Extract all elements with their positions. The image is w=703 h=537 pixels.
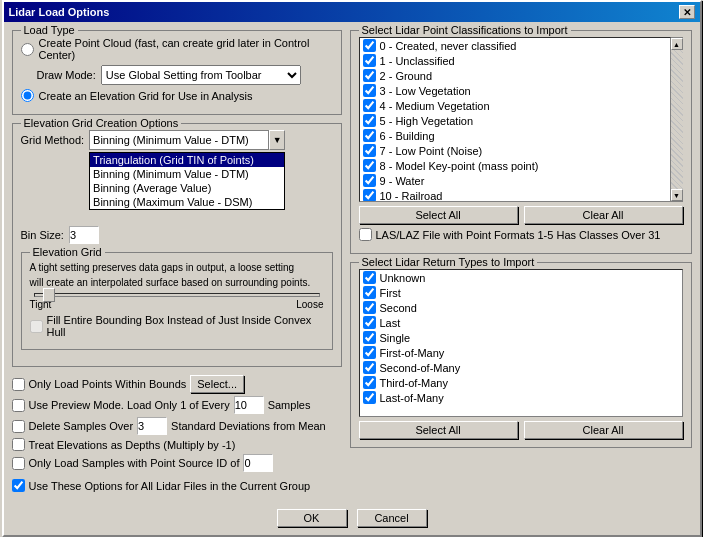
classification-label: 5 - High Vegetation xyxy=(380,115,474,127)
return-type-label: Second-of-Many xyxy=(380,362,461,374)
delete-samples-checkbox[interactable] xyxy=(12,420,25,433)
grid-method-display[interactable]: Binning (Minimum Value - DTM) xyxy=(89,130,269,150)
dropdown-item-binning-avg[interactable]: Binning (Average Value) xyxy=(90,181,284,195)
return-type-checkbox[interactable] xyxy=(363,316,376,329)
return-type-checkbox[interactable] xyxy=(363,301,376,314)
return-type-checkbox[interactable] xyxy=(363,391,376,404)
scroll-up-arrow[interactable]: ▲ xyxy=(671,38,683,50)
classification-label: 8 - Model Key-point (mass point) xyxy=(380,160,539,172)
window-body: Load Type Create Point Cloud (fast, can … xyxy=(4,22,700,503)
slider-row xyxy=(30,293,324,297)
classifications-select-all-button[interactable]: Select All xyxy=(359,206,518,224)
close-button[interactable]: ✕ xyxy=(679,5,695,19)
classification-item: 10 - Railroad xyxy=(360,188,670,202)
cancel-button[interactable]: Cancel xyxy=(357,509,427,527)
options-section: Only Load Points Within Bounds Select...… xyxy=(12,375,342,492)
grid-method-dropdown-arrow[interactable]: ▼ xyxy=(269,130,285,150)
return-types-listbox: UnknownFirstSecondLastSingleFirst-of-Man… xyxy=(359,269,683,417)
return-type-item: Last xyxy=(360,315,682,330)
radio-row-2: Create an Elevation Grid for Use in Anal… xyxy=(21,89,333,102)
return-type-item: Second-of-Many xyxy=(360,360,682,375)
las-laz-checkbox[interactable] xyxy=(359,228,372,241)
classification-label: 7 - Low Point (Noise) xyxy=(380,145,483,157)
slider-thumb[interactable] xyxy=(43,288,55,302)
right-panel: Select Lidar Point Classifications to Im… xyxy=(350,30,692,495)
only-within-bounds-label: Only Load Points Within Bounds xyxy=(29,378,187,390)
return-type-label: Third-of-Many xyxy=(380,377,448,389)
classification-checkbox[interactable] xyxy=(363,129,376,142)
classification-item: 1 - Unclassified xyxy=(360,53,670,68)
delete-suffix-label: Standard Deviations from Mean xyxy=(171,420,326,432)
classification-checkbox[interactable] xyxy=(363,99,376,112)
classifications-btn-row: Select All Clear All xyxy=(359,206,683,224)
classifications-scrollbar[interactable]: ▲ ▼ xyxy=(671,37,683,202)
classification-item: 3 - Low Vegetation xyxy=(360,83,670,98)
treat-depths-checkbox[interactable] xyxy=(12,438,25,451)
preview-mode-label: Use Preview Mode. Load Only 1 of Every xyxy=(29,399,230,411)
return-select-all-button[interactable]: Select All xyxy=(359,421,518,439)
treat-depths-row: Treat Elevations as Depths (Multiply by … xyxy=(12,438,342,451)
use-all-label: Use These Options for All Lidar Files in… xyxy=(29,480,311,492)
slider-loose-label: Loose xyxy=(296,299,323,310)
main-window: Lidar Load Options ✕ Load Type Create Po… xyxy=(2,0,702,537)
classification-checkbox[interactable] xyxy=(363,39,376,52)
return-type-checkbox[interactable] xyxy=(363,376,376,389)
grid-method-row: Grid Method: Binning (Minimum Value - DT… xyxy=(21,130,333,150)
classification-checkbox[interactable] xyxy=(363,144,376,157)
classifications-listbox-container: 0 - Created, never classified1 - Unclass… xyxy=(359,37,683,202)
point-source-input[interactable] xyxy=(243,454,273,472)
bin-size-label: Bin Size: xyxy=(21,229,64,241)
classifications-clear-all-button[interactable]: Clear All xyxy=(524,206,683,224)
select-button[interactable]: Select... xyxy=(190,375,244,393)
return-type-checkbox[interactable] xyxy=(363,286,376,299)
return-type-checkbox[interactable] xyxy=(363,346,376,359)
draw-mode-row: Draw Mode: Use Global Setting from Toolb… xyxy=(37,65,333,85)
dropdown-item-binning-min[interactable]: Binning (Minimum Value - DTM) xyxy=(90,167,284,181)
delete-value-input[interactable] xyxy=(137,417,167,435)
return-type-item: Single xyxy=(360,330,682,345)
slider-track[interactable] xyxy=(34,293,320,297)
return-type-checkbox[interactable] xyxy=(363,361,376,374)
scroll-down-arrow[interactable]: ▼ xyxy=(671,189,683,201)
ok-button[interactable]: OK xyxy=(277,509,347,527)
classification-item: 2 - Ground xyxy=(360,68,670,83)
use-all-row: Use These Options for All Lidar Files in… xyxy=(12,479,342,492)
classification-item: 5 - High Vegetation xyxy=(360,113,670,128)
fill-hull-checkbox[interactable] xyxy=(30,320,43,333)
samples-label: Samples xyxy=(268,399,311,411)
classification-checkbox[interactable] xyxy=(363,54,376,67)
preview-mode-row: Use Preview Mode. Load Only 1 of Every S… xyxy=(12,396,342,414)
info-text-1: A tight setting preserves data gaps in o… xyxy=(30,261,324,274)
classification-checkbox[interactable] xyxy=(363,114,376,127)
dropdown-item-binning-max[interactable]: Binning (Maximum Value - DSM) xyxy=(90,195,284,209)
point-source-checkbox[interactable] xyxy=(12,457,25,470)
return-type-checkbox[interactable] xyxy=(363,271,376,284)
title-bar: Lidar Load Options ✕ xyxy=(4,2,700,22)
elevation-grid-inner-group: Elevation Grid A tight setting preserves… xyxy=(21,252,333,350)
classification-checkbox[interactable] xyxy=(363,189,376,202)
radio-elevation-grid[interactable] xyxy=(21,89,34,102)
draw-mode-select[interactable]: Use Global Setting from Toolbar xyxy=(101,65,301,85)
classification-checkbox[interactable] xyxy=(363,174,376,187)
only-within-bounds-checkbox[interactable] xyxy=(12,378,25,391)
las-laz-row: LAS/LAZ File with Point Formats 1-5 Has … xyxy=(359,228,683,241)
preview-mode-checkbox[interactable] xyxy=(12,399,25,412)
dropdown-item-triangulation[interactable]: Triangulation (Grid TIN of Points) xyxy=(90,153,284,167)
bin-size-row: Bin Size: xyxy=(21,226,333,244)
classification-checkbox[interactable] xyxy=(363,84,376,97)
classification-label: 1 - Unclassified xyxy=(380,55,455,67)
use-all-checkbox[interactable] xyxy=(12,479,25,492)
return-clear-all-button[interactable]: Clear All xyxy=(524,421,683,439)
radio2-label: Create an Elevation Grid for Use in Anal… xyxy=(39,90,253,102)
classification-checkbox[interactable] xyxy=(363,69,376,82)
return-type-checkbox[interactable] xyxy=(363,331,376,344)
elevation-grid-inner-title: Elevation Grid xyxy=(30,246,105,258)
only-within-bounds-row: Only Load Points Within Bounds Select... xyxy=(12,375,342,393)
bin-size-input[interactable] xyxy=(69,226,99,244)
return-type-item: Second xyxy=(360,300,682,315)
radio-point-cloud[interactable] xyxy=(21,43,34,56)
preview-value-input[interactable] xyxy=(234,396,264,414)
classification-label: 6 - Building xyxy=(380,130,435,142)
classification-checkbox[interactable] xyxy=(363,159,376,172)
return-type-label: Last xyxy=(380,317,401,329)
